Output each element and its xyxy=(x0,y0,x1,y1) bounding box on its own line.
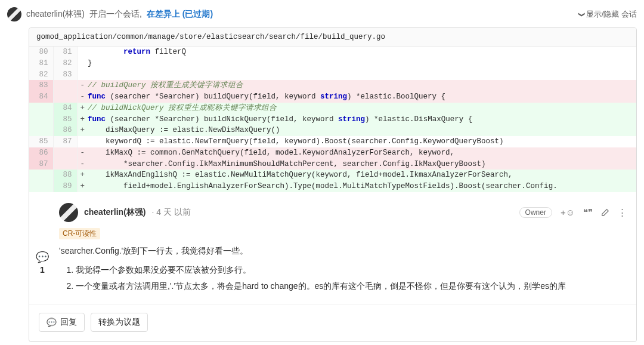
new-line-number xyxy=(53,159,77,170)
avatar[interactable] xyxy=(59,203,78,222)
code-content: func (searcher *Searcher) buildNickQuery… xyxy=(88,114,636,125)
old-line-number xyxy=(29,125,53,136)
add-reaction-button[interactable]: +☺ xyxy=(561,207,575,217)
thread-header: cheaterlin(林强) 开启一个会话, 在差异上 (已过期) ❮ 显示/隐… xyxy=(5,5,639,27)
code-content: // buildQuery 按权重生成关键字请求组合 xyxy=(88,80,636,91)
more-icon[interactable]: ⋮ xyxy=(618,207,627,218)
new-line-number: 88 xyxy=(53,170,77,181)
diff-table: 8081 return filterQ8182}828383-// buildQ… xyxy=(29,47,636,192)
reply-button[interactable]: 💬 回复 xyxy=(39,313,85,332)
old-line-number: 80 xyxy=(29,47,53,58)
new-line-number: 84 xyxy=(53,103,77,114)
code-content: field+model.EnglishAnalyzerForSearch).Ty… xyxy=(88,181,636,192)
old-line-number: 83 xyxy=(29,80,53,91)
old-line-number: 84 xyxy=(29,91,53,103)
diff-sign xyxy=(77,47,88,58)
diff-sign: + xyxy=(77,125,88,136)
code-content: return filterQ xyxy=(88,47,636,58)
diff-line[interactable]: 84-func (searcher *Searcher) buildQuery(… xyxy=(29,91,636,103)
diff-sign xyxy=(77,136,88,147)
code-content: *searcher.Config.IkMaxMinimumShouldMatch… xyxy=(88,159,636,170)
review-tag: CR-可读性 xyxy=(59,228,100,239)
chevron-up-icon: ❮ xyxy=(577,12,585,17)
note-actions-row: 💬 回复 转换为议题 xyxy=(29,304,636,341)
code-content: ikMaxQ := common.GenMatchQuery(field, mo… xyxy=(88,147,636,159)
note-list-item: 我觉得一个参数如果没必要不应该被分到多行。 xyxy=(76,262,627,278)
file-path[interactable]: gomod_application/common/manage/store/el… xyxy=(29,28,636,47)
code-content: // buildNickQuery 按权重生成昵称关键字请求组合 xyxy=(88,103,636,114)
diff-sign: - xyxy=(77,159,88,170)
old-line-number: 87 xyxy=(29,159,53,170)
old-line-number xyxy=(29,114,53,125)
quote-icon[interactable]: ❝❞ xyxy=(583,207,593,218)
new-line-number: 81 xyxy=(53,47,77,58)
new-line-number: 87 xyxy=(53,136,77,147)
diff-line[interactable]: 8283 xyxy=(29,69,636,81)
diff-sign: - xyxy=(77,91,88,103)
old-line-number xyxy=(29,103,53,114)
comment-count-icon: 💬 xyxy=(36,251,49,264)
diff-line[interactable]: 8587 keywordQ := elastic.NewTermQuery(fi… xyxy=(29,136,636,147)
note-line: 'searcher.Config.'放到下一行去，我觉得好看一些。 xyxy=(59,243,627,259)
note-time: · 4 天 以前 xyxy=(151,207,190,218)
diff-sign: + xyxy=(77,170,88,181)
diff-sign: + xyxy=(77,114,88,125)
diff-sign: - xyxy=(77,147,88,159)
discussion-note: 💬 1 cheaterlin(林强) · 4 天 以前 Owner +☺ ❝❞ xyxy=(29,192,636,304)
old-line-number: 86 xyxy=(29,147,53,159)
old-line-number xyxy=(29,170,53,181)
author-name[interactable]: cheaterlin(林强) xyxy=(26,9,85,20)
old-line-number xyxy=(29,181,53,192)
diff-status-link[interactable]: 在差异上 (已过期) xyxy=(147,9,213,20)
old-line-number: 81 xyxy=(29,58,53,69)
new-line-number xyxy=(53,91,77,103)
diff-line[interactable]: 8182} xyxy=(29,58,636,69)
code-content: ikMaxAndEnglishQ := elastic.NewMultiMatc… xyxy=(88,170,636,181)
code-content: func (searcher *Searcher) buildQuery(fie… xyxy=(88,91,636,103)
note-list-item: 一个变量或者方法调用里,'.'节点太多，将会是hard to change的。e… xyxy=(76,278,627,294)
diff-line[interactable]: 83-// buildQuery 按权重生成关键字请求组合 xyxy=(29,80,636,91)
reply-label: 回复 xyxy=(60,317,77,328)
diff-container: gomod_application/common/manage/store/el… xyxy=(29,27,637,342)
diff-line[interactable]: 84+// buildNickQuery 按权重生成昵称关键字请求组合 xyxy=(29,103,636,114)
note-author[interactable]: cheaterlin(林强) xyxy=(84,207,145,218)
toggle-label: 显示/隐藏 会话 xyxy=(586,9,637,20)
opened-text: 开启一个会话, xyxy=(89,9,142,20)
code-content xyxy=(88,69,636,81)
convert-issue-button[interactable]: 转换为议题 xyxy=(91,313,148,332)
owner-badge: Owner xyxy=(519,207,552,218)
diff-line[interactable]: 85+func (searcher *Searcher) buildNickQu… xyxy=(29,114,636,125)
diff-sign: - xyxy=(77,80,88,91)
diff-sign: + xyxy=(77,103,88,114)
diff-line[interactable]: 88+ ikMaxAndEnglishQ := elastic.NewMulti… xyxy=(29,170,636,181)
code-content: disMaxQuery := elastic.NewDisMaxQuery() xyxy=(88,125,636,136)
diff-line[interactable]: 86- ikMaxQ := common.GenMatchQuery(field… xyxy=(29,147,636,159)
new-line-number xyxy=(53,147,77,159)
new-line-number xyxy=(53,80,77,91)
old-line-number: 85 xyxy=(29,136,53,147)
diff-line[interactable]: 89+ field+model.EnglishAnalyzerForSearch… xyxy=(29,181,636,192)
new-line-number: 85 xyxy=(53,114,77,125)
diff-sign xyxy=(77,58,88,69)
convert-label: 转换为议题 xyxy=(98,317,140,328)
diff-line[interactable]: 87- *searcher.Config.IkMaxMinimumShouldM… xyxy=(29,159,636,170)
diff-sign: + xyxy=(77,181,88,192)
diff-line[interactable]: 8081 return filterQ xyxy=(29,47,636,58)
diff-sign xyxy=(77,69,88,81)
code-content: keywordQ := elastic.NewTermQuery(field, … xyxy=(88,136,636,147)
toggle-thread-button[interactable]: ❮ 显示/隐藏 会话 xyxy=(578,9,637,20)
comment-icon: 💬 xyxy=(47,318,57,327)
new-line-number: 82 xyxy=(53,58,77,69)
avatar[interactable] xyxy=(7,7,21,21)
diff-line[interactable]: 86+ disMaxQuery := elastic.NewDisMaxQuer… xyxy=(29,125,636,136)
new-line-number: 89 xyxy=(53,181,77,192)
new-line-number: 86 xyxy=(53,125,77,136)
old-line-number: 82 xyxy=(29,69,53,81)
edit-icon[interactable] xyxy=(601,208,609,217)
code-content: } xyxy=(88,58,636,69)
new-line-number: 83 xyxy=(53,69,77,81)
comment-count: 1 xyxy=(40,265,45,275)
note-body-text: 'searcher.Config.'放到下一行去，我觉得好看一些。 我觉得一个参… xyxy=(59,243,627,294)
